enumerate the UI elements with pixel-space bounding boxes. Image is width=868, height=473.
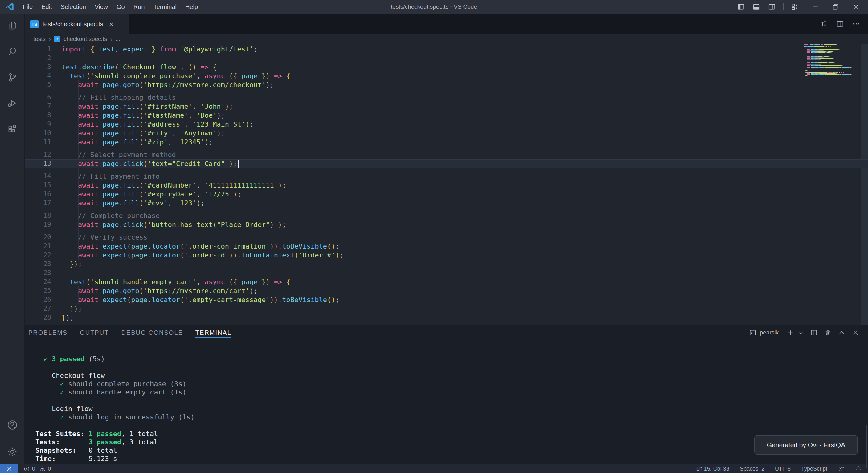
code-line[interactable]: 3test.describe('Checkout flow', () => {: [25, 63, 868, 71]
menu-view[interactable]: View: [90, 0, 112, 13]
extensions-icon[interactable]: [5, 122, 20, 136]
split-editor-icon[interactable]: [836, 20, 844, 28]
code-text: await page.fill('#cardNumber', '41111111…: [62, 181, 286, 190]
code-line[interactable]: 24 test('should handle empty cart', asyn…: [25, 277, 868, 286]
error-count: 0: [32, 466, 35, 472]
maximize-panel-icon[interactable]: [838, 329, 845, 337]
code-line[interactable]: 28});: [25, 313, 868, 322]
breadcrumb-file[interactable]: checkout.spec.ts: [63, 36, 107, 42]
indentation[interactable]: Spaces: 2: [740, 466, 765, 472]
breadcrumb-more[interactable]: ...: [116, 36, 121, 42]
language-mode[interactable]: TypeScript: [801, 466, 827, 472]
menu-run[interactable]: Run: [129, 0, 149, 13]
close-panel-icon[interactable]: [852, 329, 859, 337]
code-line[interactable]: 1import { test, expect } from '@playwrig…: [25, 45, 868, 54]
encoding[interactable]: UTF-8: [775, 466, 790, 472]
text-cursor: [238, 160, 239, 168]
tab-checkout-spec[interactable]: TS tests/checkout.spec.ts ×: [25, 13, 129, 34]
code-line[interactable]: 23 });: [25, 260, 868, 269]
close-window-icon[interactable]: [852, 3, 860, 11]
terminal-output[interactable]: ✓ 3 passed (5s) Checkout flow ✓ should c…: [25, 340, 868, 463]
code-text: await page.fill('#firstName', 'John');: [62, 102, 233, 111]
terminal-line: ✓ should log in successfully (1s): [35, 413, 868, 421]
new-terminal-icon[interactable]: [786, 329, 794, 337]
titlebar-controls: [737, 3, 868, 11]
minimize-icon[interactable]: [811, 3, 819, 11]
panel-scrollbar[interactable]: [866, 425, 867, 468]
typescript-file-icon-mini: TS: [54, 36, 60, 42]
code-line[interactable]: 9 await page.fill('#address', '123 Main …: [25, 120, 868, 129]
code-text: await page.fill('#lastName', 'Doe');: [62, 111, 225, 120]
line-number: 15: [25, 181, 51, 190]
line-number: 1: [25, 45, 51, 54]
menu-file[interactable]: File: [19, 0, 37, 13]
status-bar: 0 0 Ln 15, Col 38 Spaces: 2 UTF-8 TypeSc…: [0, 464, 868, 473]
panel-tab-output[interactable]: OUTPUT: [80, 326, 109, 340]
notifications-bell-icon[interactable]: [855, 465, 862, 472]
code-line[interactable]: 13 await page.click('text="Credit Card"'…: [25, 159, 868, 168]
kill-terminal-icon[interactable]: [824, 329, 832, 337]
panel-tab-problems[interactable]: PROBLEMS: [28, 326, 67, 340]
cursor-position[interactable]: Ln 15, Col 38: [696, 466, 729, 472]
code-line[interactable]: 4 test('should complete purchase', async…: [25, 71, 868, 80]
toggle-secondary-sidebar-icon[interactable]: [768, 3, 776, 11]
code-text: });: [62, 304, 82, 313]
line-number: 28: [25, 313, 51, 322]
run-and-debug-icon[interactable]: [5, 96, 20, 110]
panel-tab-terminal[interactable]: TERMINAL: [195, 326, 231, 340]
minimap[interactable]: [804, 44, 856, 78]
code-line[interactable]: 21 await expect(page.locator('.order-con…: [25, 242, 868, 251]
menu-edit[interactable]: Edit: [37, 0, 56, 13]
code-line[interactable]: 20 // Verify success: [25, 233, 868, 242]
menu-help[interactable]: Help: [181, 0, 202, 13]
menu-go[interactable]: Go: [112, 0, 129, 13]
code-line[interactable]: 2: [25, 54, 868, 63]
code-line[interactable]: 27 });: [25, 304, 868, 313]
code-line[interactable]: 10 await page.fill('#city', 'Anytown');: [25, 129, 868, 138]
code-line[interactable]: 18 // Complete purchase: [25, 211, 868, 220]
problems-status[interactable]: 0 0: [24, 466, 51, 472]
split-terminal-icon[interactable]: [810, 329, 818, 337]
code-line[interactable]: 7 await page.fill('#firstName', 'John');: [25, 102, 868, 111]
restore-icon[interactable]: [832, 3, 840, 11]
code-line[interactable]: 15 await page.fill('#cardNumber', '41111…: [25, 181, 868, 190]
code-line[interactable]: 5 await page.goto('https://mystore.com/c…: [25, 80, 868, 89]
menu-terminal[interactable]: Terminal: [149, 0, 181, 13]
terminal-dropdown-icon[interactable]: [798, 330, 804, 336]
code-line[interactable]: 11 await page.fill('#zip', '12345');: [25, 138, 868, 146]
terminal-instance[interactable]: pearsik: [749, 329, 779, 337]
toggle-sidebar-icon[interactable]: [737, 3, 745, 11]
account-icon[interactable]: [5, 417, 20, 432]
code-editor[interactable]: 1import { test, expect } from '@playwrig…: [25, 44, 868, 325]
terminal-line: [35, 363, 868, 371]
breadcrumb-folder[interactable]: tests: [33, 36, 45, 42]
titlebar-divider: [783, 3, 783, 10]
code-text: await page.fill('#city', 'Anytown');: [62, 129, 225, 138]
code-line[interactable]: 19 await page.click('button:has-text("Pl…: [25, 220, 868, 229]
source-control-icon[interactable]: [5, 70, 20, 85]
code-line[interactable]: 22 await expect(page.locator('.order-id'…: [25, 251, 868, 260]
customize-layout-icon[interactable]: [791, 3, 799, 11]
explorer-icon[interactable]: [5, 18, 20, 33]
toggle-panel-icon[interactable]: [752, 3, 761, 11]
panel-tab-debug-console[interactable]: DEBUG CONSOLE: [121, 326, 183, 340]
tab-close-icon[interactable]: ×: [109, 21, 114, 28]
line-number: 21: [25, 242, 51, 251]
terminal-line: [35, 346, 868, 355]
code-line[interactable]: 16 await page.fill('#expiryDate', '12/25…: [25, 190, 868, 199]
breadcrumb: tests › TS checkout.spec.ts › ...: [25, 34, 868, 44]
search-icon[interactable]: [5, 44, 20, 59]
code-line[interactable]: 26 await expect(page.locator('.empty-car…: [25, 295, 868, 304]
remote-indicator[interactable]: [0, 464, 19, 473]
code-line[interactable]: 6 // Fill shipping details: [25, 93, 868, 102]
feedback-icon[interactable]: [838, 465, 844, 472]
settings-gear-icon[interactable]: [5, 444, 20, 459]
open-changes-icon[interactable]: [819, 20, 828, 28]
code-line[interactable]: 17 await page.fill('#cvv', '123');: [25, 199, 868, 208]
code-line[interactable]: 25 await page.goto('https://mystore.com/…: [25, 286, 868, 295]
code-line[interactable]: 12 // Select payment method: [25, 150, 868, 159]
code-line[interactable]: 8 await page.fill('#lastName', 'Doe');: [25, 111, 868, 120]
menu-selection[interactable]: Selection: [56, 0, 90, 13]
code-line[interactable]: 14 // Fill payment info: [25, 172, 868, 181]
code-line[interactable]: 23: [25, 269, 868, 277]
